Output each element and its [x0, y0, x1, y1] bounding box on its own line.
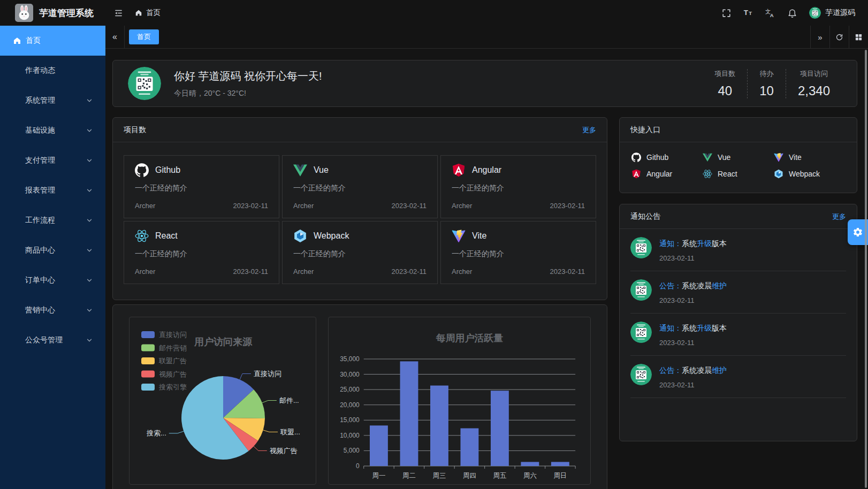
projects-card: 项目数 更多 Github一个正经的简介Archer2023-02-11Vue一…	[112, 117, 607, 300]
sidebar-item-订单中心[interactable]: 订单中心	[0, 265, 105, 295]
tab-home[interactable]: 首页	[129, 29, 159, 44]
svg-text:25,000: 25,000	[340, 386, 360, 393]
fullscreen-icon[interactable]	[721, 8, 732, 18]
sidebar-item-基础设施[interactable]: 基础设施	[0, 116, 105, 146]
projects-grid: Github一个正经的简介Archer2023-02-11Vue一个正经的简介A…	[113, 142, 607, 297]
tabs-scroll-right-icon[interactable]: »	[810, 26, 829, 48]
svg-text:5,000: 5,000	[344, 447, 360, 454]
pie-chart-panel: 用户访问来源直接访问邮件营销联盟广告视频广告搜索引擎直接访问邮件...联盟...…	[129, 317, 316, 485]
svg-text:20,000: 20,000	[340, 401, 360, 409]
sidebar-item-公众号管理[interactable]: 公众号管理	[0, 325, 105, 355]
project-card-github[interactable]: Github一个正经的简介Archer2023-02-11	[124, 155, 279, 218]
project-desc: 一个正经的简介	[293, 184, 427, 193]
project-desc: 一个正经的简介	[135, 184, 268, 193]
notice-item: 公告：系统凌晨维护2023-02-11	[630, 356, 846, 398]
project-card-webpack[interactable]: Webpack一个正经的简介Archer2023-02-11	[282, 221, 438, 284]
project-card-vite[interactable]: Vite一个正经的简介Archer2023-02-11	[440, 221, 596, 284]
vite-icon	[452, 229, 466, 243]
tab-bar: « 首页 »	[105, 26, 868, 49]
shortcut-vite[interactable]: Vite	[774, 152, 845, 162]
sidebar-item-工作流程[interactable]: 工作流程	[0, 205, 105, 235]
chevron-down-icon	[86, 277, 93, 284]
notice-title[interactable]: 通知：系统升级版本	[659, 323, 727, 333]
svg-text:邮件营销: 邮件营销	[159, 344, 187, 352]
shortcut-vue[interactable]: Vue	[703, 152, 774, 162]
welcome-weather: 今日晴，20°C - 32°C!	[174, 89, 322, 98]
angular-icon	[452, 163, 466, 177]
project-card-vue[interactable]: Vue一个正经的简介Archer2023-02-11	[282, 155, 438, 218]
svg-text:10,000: 10,000	[340, 432, 360, 439]
language-icon[interactable]	[765, 8, 775, 18]
pie-chart: 用户访问来源直接访问邮件营销联盟广告视频广告搜索引擎直接访问邮件...联盟...…	[130, 317, 316, 484]
project-author: Archer	[135, 202, 155, 210]
svg-text:35,000: 35,000	[340, 355, 360, 363]
shortcut-webpack[interactable]: Webpack	[774, 169, 845, 179]
home-icon	[135, 9, 142, 17]
notice-avatar	[630, 322, 652, 343]
svg-text:搜索...: 搜索...	[146, 429, 166, 437]
project-desc: 一个正经的简介	[452, 249, 585, 259]
sidebar: 首页作者动态系统管理基础设施支付管理报表管理工作流程商品中心订单中心营销中心公众…	[0, 26, 105, 489]
bar-周六	[521, 462, 539, 466]
sidebar-item-营销中心[interactable]: 营销中心	[0, 295, 105, 325]
user-menu[interactable]: 芋道源码	[809, 7, 855, 19]
tabs-collapse-left-icon[interactable]: «	[105, 26, 125, 48]
user-name: 芋道源码	[825, 8, 855, 18]
breadcrumb[interactable]: 首页	[135, 8, 161, 18]
shortcut-label: Vite	[789, 153, 802, 162]
notice-date: 2023-02-11	[659, 339, 727, 347]
welcome-avatar	[128, 67, 161, 100]
notice-title[interactable]: 公告：系统凌晨维护	[659, 365, 727, 376]
svg-text:联盟广告: 联盟广告	[158, 357, 187, 365]
sidebar-item-报表管理[interactable]: 报表管理	[0, 175, 105, 205]
svg-text:视频广告: 视频广告	[159, 370, 187, 378]
sidebar-item-支付管理[interactable]: 支付管理	[0, 146, 105, 175]
shortcut-react[interactable]: React	[703, 169, 774, 179]
bar-chart: 每周用户活跃量05,00010,00015,00020,00025,00030,…	[329, 317, 590, 484]
bell-icon[interactable]	[787, 8, 797, 18]
stat-todo: 待办 10	[747, 69, 786, 98]
project-card-react[interactable]: React一个正经的简介Archer2023-02-11	[124, 221, 279, 284]
project-desc: 一个正经的简介	[452, 184, 585, 193]
react-icon	[703, 169, 712, 179]
chevron-down-icon	[86, 127, 93, 134]
sidebar-item-label: 公众号管理	[25, 335, 86, 345]
project-author: Archer	[293, 202, 314, 210]
project-author: Archer	[293, 268, 314, 276]
vertical-scrollbar[interactable]	[865, 50, 867, 488]
notice-item: 通知：系统升级版本2023-02-11	[630, 229, 846, 271]
vue-icon	[293, 163, 307, 177]
vite-icon	[774, 152, 783, 162]
project-date: 2023-02-11	[391, 268, 427, 276]
breadcrumb-home: 首页	[146, 8, 161, 18]
sidebar-fold-icon[interactable]	[112, 7, 124, 19]
font-size-icon[interactable]	[743, 8, 753, 18]
notice-date: 2023-02-11	[659, 254, 727, 262]
logo-area[interactable]: 芋道管理系统	[15, 4, 107, 22]
project-name: Vite	[472, 231, 486, 241]
chevron-down-icon	[86, 337, 93, 343]
chevron-down-icon	[86, 157, 93, 164]
stat-visits: 项目访问 2,340	[786, 69, 842, 98]
sidebar-item-系统管理[interactable]: 系统管理	[0, 86, 105, 116]
refresh-icon[interactable]	[829, 26, 849, 48]
sidebar-item-作者动态[interactable]: 作者动态	[0, 56, 105, 86]
sidebar-item-label: 工作流程	[25, 216, 86, 225]
notice-title[interactable]: 公告：系统凌晨维护	[659, 280, 727, 291]
shortcut-angular[interactable]: Angular	[631, 169, 703, 179]
sidebar-item-首页[interactable]: 首页	[0, 26, 105, 56]
project-desc: 一个正经的简介	[293, 249, 427, 259]
project-name: Github	[155, 165, 180, 175]
sidebar-item-商品中心[interactable]: 商品中心	[0, 235, 105, 265]
shortcut-github[interactable]: Github	[631, 152, 703, 162]
svg-text:30,000: 30,000	[340, 371, 360, 378]
sidebar-item-label: 系统管理	[25, 96, 86, 105]
project-date: 2023-02-11	[391, 202, 427, 210]
projects-more-link[interactable]: 更多	[582, 125, 596, 135]
sidebar-item-label: 报表管理	[25, 186, 86, 195]
svg-text:用户访问来源: 用户访问来源	[194, 337, 253, 347]
project-card-angular[interactable]: Angular一个正经的简介Archer2023-02-11	[440, 155, 596, 218]
notices-more-link[interactable]: 更多	[832, 212, 846, 221]
notice-title[interactable]: 通知：系统升级版本	[659, 238, 727, 249]
layout-grid-icon[interactable]	[849, 26, 868, 48]
